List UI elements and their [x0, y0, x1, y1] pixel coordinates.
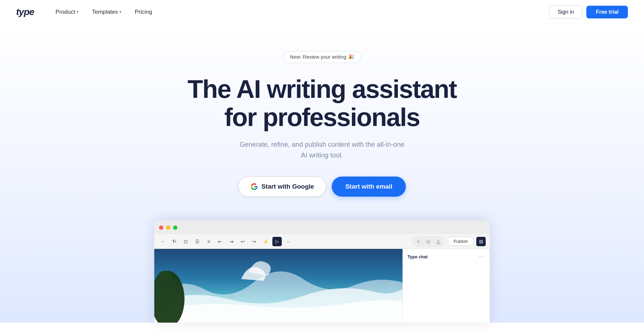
comment-icon[interactable]: ○	[414, 237, 423, 246]
text-format-icon[interactable]: T▾	[170, 237, 179, 246]
nav-product-label: Product	[56, 9, 75, 15]
navbar: type Product ▾ Templates ▾ Pricing Sign …	[0, 0, 644, 24]
nav-links: Product ▾ Templates ▾ Pricing	[50, 6, 549, 18]
editor-image	[154, 249, 402, 323]
indent-right-icon[interactable]: ⇥	[227, 237, 236, 246]
start-with-google-button[interactable]: Start with Google	[238, 177, 326, 197]
nav-actions: Sign in Free trial	[549, 5, 628, 19]
editor-area	[154, 249, 402, 323]
sidebar-panel-title: Type chat	[408, 254, 428, 259]
bookmark-icon[interactable]: ◇	[424, 237, 433, 246]
minimize-dot[interactable]	[166, 225, 170, 230]
triangle-icon[interactable]: △	[434, 237, 443, 246]
view-toggle-group: ○ ◇ △	[412, 236, 445, 247]
image-icon[interactable]: ⊡	[181, 237, 191, 246]
start-with-email-button[interactable]: Start with email	[332, 177, 406, 197]
indent-left-icon[interactable]: ⇤	[215, 237, 225, 246]
hero-title-line2: for professionals	[224, 103, 420, 131]
badge-text: New: Review your writing 🎉	[290, 54, 354, 60]
list-icon[interactable]: ☰	[193, 237, 202, 246]
logo[interactable]: type	[16, 7, 34, 17]
browser-titlebar	[154, 221, 490, 234]
nav-templates[interactable]: Templates ▾	[87, 6, 126, 18]
sidebar-toggle-button[interactable]: ▤	[476, 237, 486, 246]
nav-pricing[interactable]: Pricing	[129, 6, 158, 18]
nav-templates-label: Templates	[92, 9, 118, 15]
sidebar-panel-header: Type chat ···	[408, 254, 485, 260]
freetrial-button[interactable]: Free trial	[586, 6, 628, 18]
btn-email-label: Start with email	[345, 183, 392, 190]
tree-svg	[154, 266, 195, 323]
sidebar-panel: Type chat ···	[402, 249, 490, 323]
nav-pricing-label: Pricing	[135, 9, 152, 15]
hero-title-line1: The AI writing assistant	[187, 75, 457, 103]
back-icon[interactable]: ←	[158, 237, 168, 246]
chevron-down-icon: ▾	[76, 10, 78, 14]
publish-button[interactable]: Publish	[448, 237, 474, 246]
more-icon[interactable]: ···	[284, 237, 293, 246]
close-dot[interactable]	[159, 225, 163, 230]
toolbar-right: ○ ◇ △ Publish ▤	[412, 236, 486, 247]
nav-product[interactable]: Product ▾	[50, 6, 84, 18]
sidebar-more-icon[interactable]: ···	[479, 254, 485, 260]
undo-icon[interactable]: ↩	[238, 237, 248, 246]
signin-button[interactable]: Sign in	[549, 5, 582, 19]
browser-mockup: ← T▾ ⊡ ☰ ≡ ⇤ ⇥ ↩ ↪ ⚡ ▷ ··· ○ ◇ △ Publish…	[154, 221, 490, 323]
hero-section: New: Review your writing 🎉 The AI writin…	[0, 24, 644, 323]
browser-content: Type chat ···	[154, 249, 490, 323]
maximize-dot[interactable]	[173, 225, 177, 230]
ordered-list-icon[interactable]: ≡	[204, 237, 213, 246]
lightning-icon[interactable]: ⚡	[261, 237, 270, 246]
hero-subtitle: Generate, refine, and publish content wi…	[238, 139, 406, 160]
btn-google-label: Start with Google	[261, 183, 314, 190]
hero-title: The AI writing assistant for professiona…	[187, 75, 457, 131]
browser-toolbar: ← T▾ ⊡ ☰ ≡ ⇤ ⇥ ↩ ↪ ⚡ ▷ ··· ○ ◇ △ Publish…	[154, 234, 490, 249]
google-icon	[251, 183, 258, 190]
new-badge[interactable]: New: Review your writing 🎉	[283, 51, 361, 63]
hero-buttons: Start with Google Start with email	[238, 177, 406, 197]
code-icon[interactable]: ▷	[272, 237, 282, 246]
chevron-down-icon: ▾	[119, 10, 121, 14]
redo-icon[interactable]: ↪	[250, 237, 259, 246]
